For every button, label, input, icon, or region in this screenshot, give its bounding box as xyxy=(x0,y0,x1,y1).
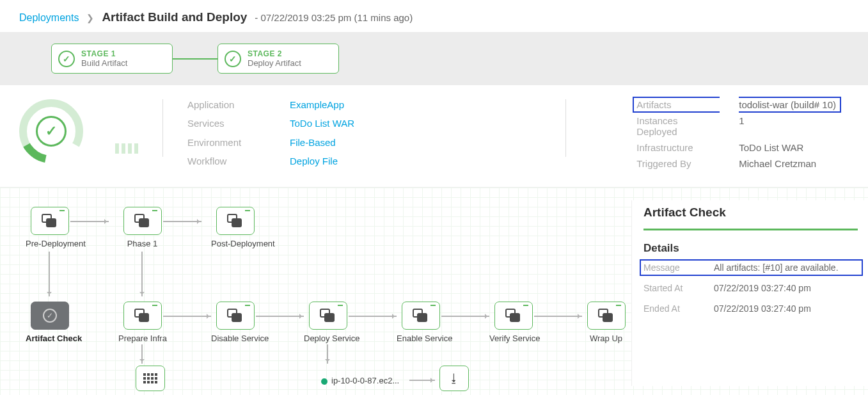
arrow-icon xyxy=(349,316,397,317)
arrow-icon xyxy=(163,316,211,317)
panel-title: Artifact Check xyxy=(643,203,858,230)
check-circle-icon: ✓ xyxy=(58,51,75,67)
arrow-icon xyxy=(534,316,582,317)
node-disable-service[interactable]: Disable Service xyxy=(211,302,259,343)
arrow-icon xyxy=(49,252,50,296)
infrastructure-value: ToDo List WAR xyxy=(739,142,836,153)
detail-ended-key: Ended At xyxy=(643,303,714,314)
summary-left-block: Application ExampleApp Services ToDo Lis… xyxy=(187,99,354,169)
progress-ring-icon: ✓ xyxy=(19,99,83,163)
arrow-icon xyxy=(141,252,143,296)
summary-right-block: Artifacts todolist-war (build# 10) Insta… xyxy=(636,99,836,169)
workflow-canvas[interactable]: Pre-Deployment Phase 1 Post-Deployment ✓… xyxy=(19,200,619,386)
breadcrumb: Deployments ❯ Artifact Build and Deploy … xyxy=(0,0,868,32)
stage-name: Deploy Artifact xyxy=(248,58,301,68)
arrow-icon xyxy=(409,380,435,381)
application-link[interactable]: ExampleApp xyxy=(290,99,354,113)
triggered-by-value: Michael Cretzman xyxy=(739,158,836,169)
node-label: Verify Service xyxy=(489,334,537,343)
node-label: Phase 1 xyxy=(118,239,166,248)
node-label: Prepare Infra xyxy=(118,334,166,343)
services-link[interactable]: ToDo List WAR xyxy=(290,118,354,131)
stage-name: Build Artifact xyxy=(81,58,127,68)
stage-pill-1[interactable]: ✓ STAGE 1 Build Artifact xyxy=(51,44,173,74)
node-artifact-check[interactable]: ✓ Artifact Check xyxy=(26,302,74,343)
status-dot-icon xyxy=(321,378,327,385)
stack-icon xyxy=(413,309,429,323)
detail-message-key: Message xyxy=(640,259,714,276)
node-prepare-infra[interactable]: Prepare Infra xyxy=(118,302,166,343)
node-label: Disable Service xyxy=(211,334,259,343)
stage-num: STAGE 2 xyxy=(248,49,301,58)
environment-link[interactable]: File-Based xyxy=(290,137,354,150)
node-deploy-service[interactable]: Deploy Service xyxy=(304,302,352,343)
stack-icon xyxy=(134,214,151,228)
node-label: Artifact Check xyxy=(26,334,74,343)
node-phase-1[interactable]: Phase 1 xyxy=(118,207,166,248)
arrow-icon xyxy=(441,316,489,317)
node-verify-service[interactable]: Verify Service xyxy=(489,302,537,343)
node-select-nodes[interactable]: Select Nodes xyxy=(134,366,166,395)
arrow-icon xyxy=(141,344,143,364)
deployment-summary: ✓ Application ExampleApp Services ToDo L… xyxy=(0,85,868,188)
instance-ip: ip-10-0-0-87.ec2... xyxy=(331,376,399,385)
panel-section-title: Details xyxy=(643,242,858,255)
page-timestamp: - 07/22/2019 03:25 pm (11 mins ago) xyxy=(255,12,413,23)
stack-icon xyxy=(505,309,522,323)
detail-started-key: Started At xyxy=(643,283,714,293)
stack-icon xyxy=(42,214,58,228)
stage-connector xyxy=(173,58,217,60)
node-label: Pre-Deployment xyxy=(26,239,74,248)
stage-bar: ✓ STAGE 1 Build Artifact ✓ STAGE 2 Deplo… xyxy=(0,32,868,85)
workflow-area: Pre-Deployment Phase 1 Post-Deployment ✓… xyxy=(0,188,868,395)
node-label: Enable Service xyxy=(397,334,445,343)
stack-icon xyxy=(598,309,615,323)
arrow-icon xyxy=(70,221,109,222)
instances-value: 1 xyxy=(739,115,836,137)
page-title: Artifact Build and Deploy xyxy=(102,10,247,24)
stack-icon xyxy=(320,309,336,323)
workflow-key: Workflow xyxy=(187,156,271,169)
application-key: Application xyxy=(187,99,271,113)
triggered-by-key: Triggered By xyxy=(636,158,720,169)
arrow-icon xyxy=(256,316,304,317)
stage-pill-2[interactable]: ✓ STAGE 2 Deploy Artifact xyxy=(217,44,339,74)
breadcrumb-root-link[interactable]: Deployments xyxy=(19,12,79,24)
node-label: Deploy Service xyxy=(304,334,352,343)
artifacts-value: todolist-war (build# 10) xyxy=(739,97,841,113)
download-icon: ⭳ xyxy=(448,372,460,385)
stage-num: STAGE 1 xyxy=(81,49,127,58)
arrow-icon xyxy=(163,221,201,222)
grid-icon xyxy=(143,373,157,383)
node-pre-deployment[interactable]: Pre-Deployment xyxy=(26,207,74,248)
divider xyxy=(565,99,566,157)
node-label: Wrap Up xyxy=(582,334,630,343)
node-enable-service[interactable]: Enable Service xyxy=(397,302,445,343)
node-wrap-up[interactable]: Wrap Up xyxy=(582,302,630,343)
check-circle-icon: ✓ xyxy=(43,309,57,323)
detail-started-value: 07/22/2019 03:27:40 pm xyxy=(714,283,858,293)
artifacts-key: Artifacts xyxy=(633,97,720,113)
divider xyxy=(162,99,163,157)
node-post-deployment[interactable]: Post-Deployment xyxy=(211,207,259,248)
mini-chart-icon xyxy=(115,127,138,169)
details-panel: Artifact Check Details Message All artif… xyxy=(631,200,868,386)
stack-icon xyxy=(227,214,244,228)
workflow-link[interactable]: Deploy File xyxy=(290,156,354,169)
detail-message-value: All artifacts: [#10] are available. xyxy=(714,259,863,276)
node-install[interactable]: ⭳ Install xyxy=(438,366,470,395)
instances-key: Instances Deployed xyxy=(636,115,720,137)
services-key: Services xyxy=(187,118,271,131)
chevron-right-icon: ❯ xyxy=(86,13,94,23)
stack-icon xyxy=(134,309,151,323)
check-circle-icon: ✓ xyxy=(225,51,241,67)
instance-chip[interactable]: ip-10-0-0-87.ec2... xyxy=(321,376,399,385)
stack-icon xyxy=(227,309,244,323)
arrow-icon xyxy=(327,344,328,364)
infrastructure-key: Infrastructure xyxy=(636,142,720,153)
node-label: Post-Deployment xyxy=(211,239,259,248)
detail-ended-value: 07/22/2019 03:27:40 pm xyxy=(714,303,858,314)
environment-key: Environment xyxy=(187,137,271,150)
